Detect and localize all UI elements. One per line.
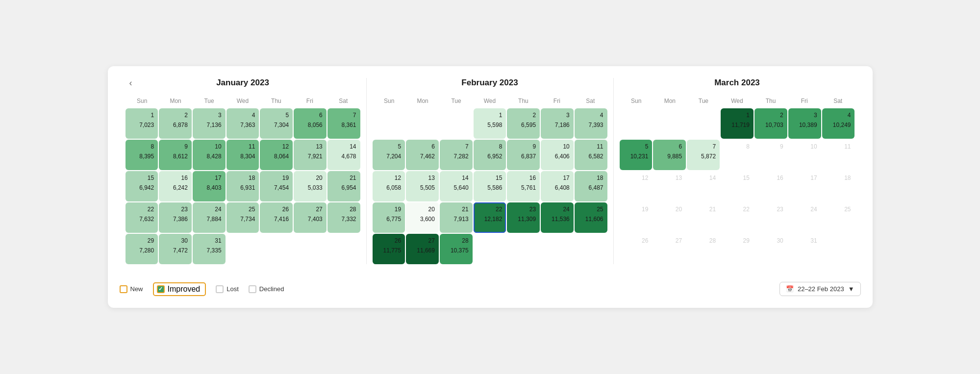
- day-cell[interactable]: 26,595: [507, 108, 540, 139]
- nav-back-button[interactable]: ‹: [126, 76, 136, 90]
- day-cell[interactable]: 29: [721, 234, 754, 264]
- day-cell[interactable]: [575, 234, 607, 264]
- day-cell[interactable]: 205,033: [294, 171, 327, 201]
- day-cell[interactable]: 197,454: [260, 171, 293, 201]
- day-cell[interactable]: 267,416: [260, 202, 293, 233]
- new-checkbox[interactable]: [120, 285, 127, 293]
- improved-checkbox[interactable]: ✓: [157, 285, 165, 293]
- day-cell[interactable]: 17: [788, 171, 821, 201]
- day-cell[interactable]: [327, 234, 360, 264]
- day-cell[interactable]: 27: [653, 234, 686, 264]
- day-cell[interactable]: [226, 234, 259, 264]
- day-cell[interactable]: 68,056: [294, 108, 327, 139]
- day-cell[interactable]: 217,913: [440, 202, 473, 233]
- day-cell[interactable]: 17,023: [126, 108, 158, 139]
- declined-checkbox[interactable]: [249, 285, 256, 293]
- day-cell[interactable]: 156,942: [126, 171, 158, 201]
- day-cell[interactable]: 307,472: [159, 234, 192, 264]
- day-cell[interactable]: 2810,375: [440, 234, 473, 264]
- day-cell[interactable]: 165,761: [507, 171, 540, 201]
- day-cell[interactable]: 22: [721, 202, 754, 233]
- day-cell[interactable]: 67,462: [406, 140, 439, 170]
- day-cell[interactable]: 2212,182: [474, 202, 506, 233]
- day-cell[interactable]: 257,734: [226, 202, 259, 233]
- day-cell[interactable]: 13: [653, 171, 686, 201]
- day-cell[interactable]: 88,395: [126, 140, 158, 170]
- day-cell[interactable]: [373, 108, 405, 139]
- day-cell[interactable]: 310,389: [788, 108, 821, 139]
- day-cell[interactable]: 2311,309: [507, 202, 540, 233]
- day-cell[interactable]: 118,304: [226, 140, 259, 170]
- day-cell[interactable]: 2511,606: [575, 202, 607, 233]
- day-cell[interactable]: 277,403: [294, 202, 327, 233]
- day-cell[interactable]: 12: [620, 171, 653, 201]
- day-cell[interactable]: 2411,536: [541, 202, 574, 233]
- day-cell[interactable]: 15: [721, 171, 754, 201]
- day-cell[interactable]: 37,136: [193, 108, 226, 139]
- day-cell[interactable]: 297,280: [126, 234, 158, 264]
- day-cell[interactable]: 106,406: [541, 140, 574, 170]
- day-cell[interactable]: 145,640: [440, 171, 473, 201]
- day-cell[interactable]: 21: [687, 202, 720, 233]
- day-cell[interactable]: 28: [687, 234, 720, 264]
- day-cell[interactable]: 135,505: [406, 171, 439, 201]
- day-cell[interactable]: 11: [822, 140, 855, 170]
- day-cell[interactable]: 37,186: [541, 108, 574, 139]
- day-cell[interactable]: 77,282: [440, 140, 473, 170]
- day-cell[interactable]: 15,598: [474, 108, 506, 139]
- day-cell[interactable]: 75,872: [687, 140, 720, 170]
- day-cell[interactable]: 24: [788, 202, 821, 233]
- day-cell[interactable]: [541, 234, 574, 264]
- day-cell[interactable]: 57,304: [260, 108, 293, 139]
- day-cell[interactable]: 23: [754, 202, 787, 233]
- day-cell[interactable]: 16: [754, 171, 787, 201]
- day-cell[interactable]: 166,242: [159, 171, 192, 201]
- day-cell[interactable]: 186,931: [226, 171, 259, 201]
- day-cell[interactable]: 47,393: [575, 108, 607, 139]
- day-cell[interactable]: [822, 234, 855, 264]
- day-cell[interactable]: [406, 108, 439, 139]
- day-cell[interactable]: 31: [788, 234, 821, 264]
- day-cell[interactable]: 2611,775: [373, 234, 405, 264]
- day-cell[interactable]: 227,632: [126, 202, 158, 233]
- day-cell[interactable]: 69,885: [653, 140, 686, 170]
- date-picker-button[interactable]: 📅 22–22 Feb 2023 ▼: [779, 282, 861, 296]
- day-cell[interactable]: [294, 234, 327, 264]
- day-cell[interactable]: 237,386: [159, 202, 192, 233]
- day-cell[interactable]: 96,837: [507, 140, 540, 170]
- day-cell[interactable]: 18: [822, 171, 855, 201]
- day-cell[interactable]: 57,204: [373, 140, 405, 170]
- day-cell[interactable]: 186,487: [575, 171, 607, 201]
- day-cell[interactable]: 10: [788, 140, 821, 170]
- day-cell[interactable]: 287,332: [327, 202, 360, 233]
- day-cell[interactable]: [687, 108, 720, 139]
- day-cell[interactable]: 9: [754, 140, 787, 170]
- day-cell[interactable]: 196,775: [373, 202, 405, 233]
- day-cell[interactable]: 98,612: [159, 140, 192, 170]
- day-cell[interactable]: 78,361: [327, 108, 360, 139]
- day-cell[interactable]: 137,921: [294, 140, 327, 170]
- day-cell[interactable]: 26,878: [159, 108, 192, 139]
- day-cell[interactable]: [507, 234, 540, 264]
- day-cell[interactable]: 19: [620, 202, 653, 233]
- day-cell[interactable]: [474, 234, 506, 264]
- day-cell[interactable]: 30: [754, 234, 787, 264]
- day-cell[interactable]: 317,335: [193, 234, 226, 264]
- day-cell[interactable]: 2711,669: [406, 234, 439, 264]
- day-cell[interactable]: 26: [620, 234, 653, 264]
- day-cell[interactable]: [653, 108, 686, 139]
- day-cell[interactable]: 510,231: [620, 140, 653, 170]
- day-cell[interactable]: 176,408: [541, 171, 574, 201]
- day-cell[interactable]: 144,678: [327, 140, 360, 170]
- day-cell[interactable]: 247,884: [193, 202, 226, 233]
- day-cell[interactable]: [440, 108, 473, 139]
- day-cell[interactable]: 178,403: [193, 171, 226, 201]
- day-cell[interactable]: 116,582: [575, 140, 607, 170]
- day-cell[interactable]: 111,719: [721, 108, 754, 139]
- day-cell[interactable]: 14: [687, 171, 720, 201]
- day-cell[interactable]: 155,586: [474, 171, 506, 201]
- day-cell[interactable]: 86,952: [474, 140, 506, 170]
- day-cell[interactable]: [260, 234, 293, 264]
- day-cell[interactable]: 128,064: [260, 140, 293, 170]
- day-cell[interactable]: [620, 108, 653, 139]
